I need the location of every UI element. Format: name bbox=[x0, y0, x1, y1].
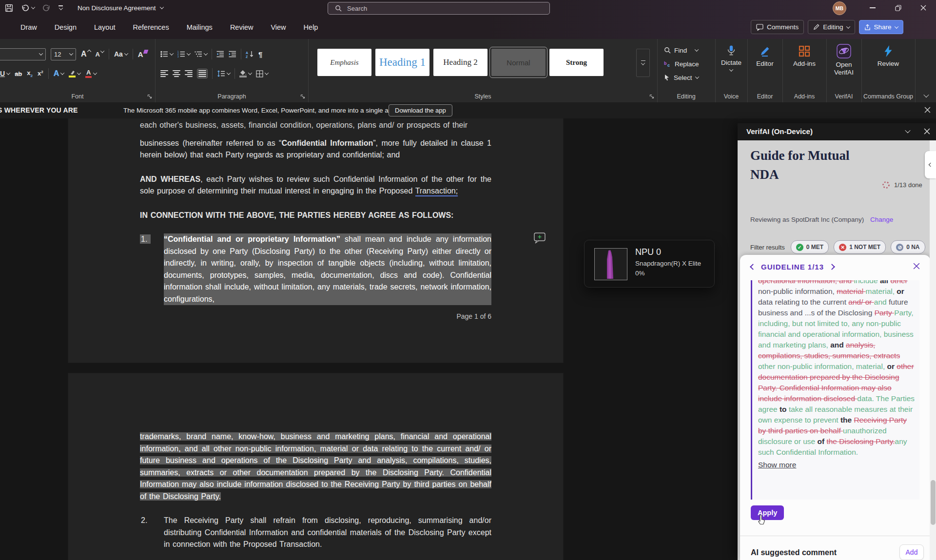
check-icon: ✓ bbox=[796, 244, 803, 251]
avatar[interactable]: MB bbox=[833, 1, 846, 15]
redline-segment-dark: the bbox=[840, 416, 854, 424]
numbering-button[interactable]: 123 bbox=[177, 51, 190, 58]
dictate-button[interactable]: Dictate bbox=[715, 45, 747, 72]
panel-collapse-tab[interactable] bbox=[925, 151, 936, 178]
clear-formatting-button[interactable]: A bbox=[138, 50, 148, 58]
open-verifai-button[interactable]: Open VerifAI bbox=[826, 44, 861, 77]
panel-close-icon[interactable] bbox=[924, 128, 930, 135]
customize-qat-icon[interactable] bbox=[58, 5, 63, 10]
ribbon-collapse-chevron[interactable] bbox=[923, 92, 929, 97]
filter-pill-met[interactable]: ✓0 MET bbox=[791, 240, 829, 254]
panel-divider bbox=[740, 536, 930, 536]
styles-dialog-launcher[interactable] bbox=[649, 94, 654, 99]
document-title[interactable]: Non Disclosure Agreement bbox=[78, 4, 163, 12]
styles-group: EmphasisHeading 1Heading 2NormalStrong S… bbox=[309, 39, 658, 102]
tab-references[interactable]: References bbox=[133, 23, 169, 31]
download-app-button[interactable]: Download the app bbox=[389, 104, 452, 116]
show-more-link[interactable]: Show more bbox=[758, 461, 796, 469]
text-highlight-button[interactable] bbox=[69, 70, 80, 77]
tab-layout[interactable]: Layout bbox=[94, 23, 116, 31]
editing-mode-button[interactable]: Editing bbox=[808, 20, 855, 34]
redo-button[interactable] bbox=[42, 4, 51, 12]
select-button[interactable]: Select bbox=[664, 71, 699, 84]
align-left-button[interactable] bbox=[160, 70, 168, 77]
underline-button[interactable]: U bbox=[0, 70, 10, 77]
restore-button[interactable] bbox=[885, 0, 911, 16]
tab-review[interactable]: Review bbox=[230, 23, 254, 31]
banner-close-icon[interactable] bbox=[924, 107, 931, 113]
change-link[interactable]: Change bbox=[870, 216, 893, 223]
styles-gallery-more-button[interactable] bbox=[636, 49, 650, 77]
undo-dropdown-chevron[interactable] bbox=[31, 5, 35, 9]
tab-draw[interactable]: Draw bbox=[20, 23, 37, 31]
style-normal[interactable]: Normal bbox=[491, 49, 546, 76]
spinner-icon bbox=[882, 181, 890, 189]
font-dialog-launcher[interactable] bbox=[147, 94, 152, 99]
font-size-combobox[interactable]: 12 bbox=[51, 48, 76, 60]
panel-scrollbar-thumb[interactable] bbox=[931, 480, 936, 525]
strikethrough-button[interactable]: ab bbox=[15, 70, 22, 77]
addins-group: Add-ins Add-ins bbox=[782, 39, 827, 102]
tab-mailings[interactable]: Mailings bbox=[187, 23, 213, 31]
title-dropdown-chevron[interactable] bbox=[159, 5, 163, 9]
shrink-font-button[interactable]: A bbox=[96, 51, 104, 58]
redline-segment-ins: include bbox=[854, 280, 879, 285]
multilevel-list-button[interactable] bbox=[195, 51, 207, 58]
minimize-button[interactable] bbox=[860, 0, 885, 16]
add-comment-button[interactable]: Add bbox=[899, 544, 924, 560]
guideline-prev-chevron[interactable] bbox=[750, 264, 756, 270]
increase-indent-button[interactable] bbox=[229, 51, 236, 58]
align-right-button[interactable] bbox=[185, 70, 193, 77]
font-color-button[interactable]: A bbox=[85, 70, 97, 78]
tab-help[interactable]: Help bbox=[304, 23, 318, 31]
document-canvas[interactable]: each other's business, assets, financial… bbox=[0, 118, 738, 560]
decrease-indent-button[interactable] bbox=[216, 51, 224, 58]
tab-view[interactable]: View bbox=[271, 23, 286, 31]
share-button[interactable]: Share bbox=[859, 20, 903, 34]
add-comment-icon[interactable] bbox=[532, 232, 546, 244]
undo-button[interactable] bbox=[21, 4, 35, 12]
guideline-close-icon[interactable] bbox=[913, 263, 920, 270]
justify-button[interactable] bbox=[197, 69, 208, 78]
replace-button[interactable]: bc Replace bbox=[664, 58, 699, 70]
style-heading-1[interactable]: Heading 1 bbox=[375, 49, 429, 76]
superscript-button[interactable]: x2 bbox=[38, 70, 43, 77]
borders-button[interactable] bbox=[256, 70, 268, 77]
style-label: Normal bbox=[507, 58, 530, 67]
find-button[interactable]: Find bbox=[664, 44, 698, 57]
font-name-combobox[interactable] bbox=[0, 48, 46, 60]
close-button[interactable] bbox=[911, 0, 936, 16]
guideline-next-chevron[interactable] bbox=[829, 264, 835, 270]
addins-button[interactable]: Add-ins bbox=[782, 45, 826, 67]
comments-button[interactable]: Comments bbox=[751, 20, 804, 34]
change-case-button[interactable]: Aa bbox=[114, 50, 128, 58]
panel-collapse-chevron[interactable] bbox=[905, 128, 910, 133]
align-center-button[interactable] bbox=[173, 70, 180, 77]
text-effects-button[interactable]: A bbox=[54, 69, 64, 78]
document-page-2[interactable]: trademarks, brand name, know-how, busine… bbox=[68, 373, 563, 560]
svg-text:c: c bbox=[667, 63, 670, 67]
subscript-button[interactable]: x2 bbox=[27, 69, 33, 78]
redline-segment-norm: data relating to the current bbox=[758, 298, 848, 306]
review-command-button[interactable]: Review bbox=[861, 45, 915, 67]
filter-pill-notmet[interactable]: ✕1 NOT MET bbox=[834, 240, 886, 254]
bullets-button[interactable] bbox=[160, 51, 173, 58]
style-strong[interactable]: Strong bbox=[549, 49, 604, 76]
search-input[interactable]: Search bbox=[328, 2, 550, 15]
document-page-1[interactable]: each other's business, assets, financial… bbox=[68, 118, 563, 363]
redline-text: operational information, and include all… bbox=[758, 280, 916, 458]
tab-design[interactable]: Design bbox=[55, 23, 77, 31]
grow-font-button[interactable]: A bbox=[81, 50, 91, 58]
line-spacing-button[interactable] bbox=[217, 70, 230, 77]
sort-button[interactable]: AZ bbox=[246, 51, 254, 58]
paragraph-dialog-launcher[interactable] bbox=[300, 94, 305, 99]
editor-group: Editor Editor bbox=[747, 39, 783, 102]
style-heading-2[interactable]: Heading 2 bbox=[433, 49, 488, 76]
comment-icon bbox=[756, 24, 763, 31]
shading-button[interactable] bbox=[239, 70, 252, 77]
style-emphasis[interactable]: Emphasis bbox=[317, 49, 371, 76]
save-icon[interactable] bbox=[5, 4, 13, 12]
show-formatting-marks-button[interactable]: ¶ bbox=[258, 50, 262, 58]
filter-pill-na[interactable]: ⊘0 NA bbox=[891, 240, 925, 254]
editor-button[interactable]: Editor bbox=[747, 45, 782, 67]
